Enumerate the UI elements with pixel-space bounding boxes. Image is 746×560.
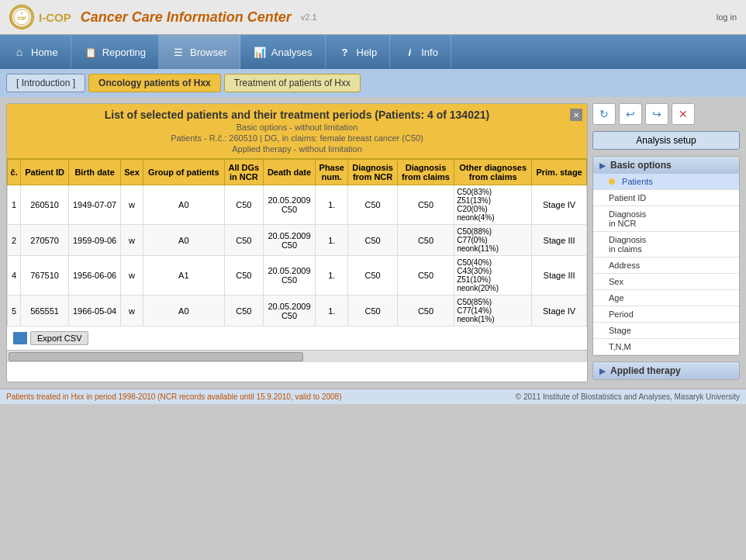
col-diag-claims: Diagnosisfrom claims [397,160,454,185]
scroll-bar[interactable] [7,350,587,362]
cell-num: 5 [8,296,21,327]
sidebar-item-period[interactable]: Period [593,306,739,323]
cell-other-diag: C50(40%)C43(30%)Z51(10%)neonk(20%) [454,256,532,296]
col-other-diag: Other diagnosesfrom claims [454,160,532,185]
sidebar-item-age[interactable]: Age [593,290,739,306]
footer-left: Patients treated in Hxx in period 1998-2… [6,392,341,401]
scroll-thumb[interactable] [9,352,303,361]
cell-death-date: 20.05.2009C50 [263,185,315,225]
table-subtitle1: Basic options - without limitation [13,123,581,132]
app-header: I COP I-COP Cancer Care Information Cent… [0,0,746,35]
nav-analyses-label: Analyses [271,47,313,58]
redo-button[interactable]: ↪ [645,103,668,125]
col-death-date: Death date [263,160,315,185]
cell-patient-id: 565551 [21,296,69,327]
cell-death-date: 20.05.2009C50 [263,256,315,296]
nav-info[interactable]: i Info [390,35,451,69]
nav-home-label: Home [31,47,58,58]
sidebar-item-sex[interactable]: Sex [593,274,739,290]
breadcrumb-bar: [ Introduction ] Oncology patients of Hx… [0,69,746,97]
cell-birth-date: 1966-05-04 [68,296,121,327]
age-label: Age [609,293,624,302]
cell-diag-ncr: C50 [348,185,398,225]
cell-group: A0 [143,296,224,327]
col-num: č. [8,160,21,185]
patients-dot [609,178,615,185]
table-panel: List of selected patients and their trea… [6,103,588,382]
data-table: č. Patient ID Birth date Sex Group of pa… [7,159,587,327]
table-title-bar: List of selected patients and their trea… [7,104,587,159]
table-subtitle3: Applied therapy - without limitation [13,144,581,154]
table-subtitle2: Patients - R.č.: 260510 | DG, in claims:… [13,133,581,143]
nav-help[interactable]: ? Help [326,35,391,69]
sidebar-section-header-applied-therapy[interactable]: ▶ Applied therapy [593,362,739,379]
breadcrumb-oncology-patients[interactable]: Oncology patients of Hxx [88,74,221,92]
footer: Patients treated in Hxx in period 1998-2… [0,389,746,404]
cell-birth-date: 1959-09-06 [68,225,121,256]
app-logo: I COP I-COP [9,5,71,29]
cell-patient-id: 270570 [21,225,69,256]
breadcrumb-treatment-patients[interactable]: Treatment of patients of Hxx [224,74,361,92]
table-row[interactable]: 4 767510 1956-06-06 w A1 C50 20.05.2009C… [8,256,587,296]
analyses-icon: 📊 [253,45,267,59]
cell-phase-num: 1. [316,256,348,296]
home-icon [12,45,26,59]
sidebar-item-tnm[interactable]: T,N,M [593,339,739,355]
help-icon: ? [338,45,352,59]
patient-id-label: Patient ID [609,193,646,202]
sidebar-item-patients[interactable]: Patients [593,174,739,190]
col-patient-id: Patient ID [21,160,69,185]
applied-therapy-label: Applied therapy [610,365,681,376]
cell-all-dgs: C50 [224,225,263,256]
nav-browser-label: Browser [190,47,227,58]
logo-icon: I COP [9,5,34,29]
export-bar: Export CSV [7,327,587,350]
cell-death-date: 20.05.2009C50 [263,296,315,327]
cell-group: A0 [143,225,224,256]
sidebar-section-header-basic-options[interactable]: ▶ Basic options [593,157,739,174]
export-icon [13,332,27,344]
export-csv-button[interactable]: Export CSV [30,331,88,345]
cell-birth-date: 1956-06-06 [68,256,121,296]
applied-therapy-arrow: ▶ [599,367,606,375]
sidebar-item-diagnosis-claims[interactable]: Diagnosisin claims [593,232,739,258]
analysis-controls: ↻ ↩ ↪ ✕ [592,103,740,125]
nav-home[interactable]: Home [0,35,71,69]
nav-reporting[interactable]: 📋 Reporting [71,35,159,69]
cell-group: A0 [143,185,224,225]
cell-sex: w [121,296,143,327]
table-close-button[interactable]: ✕ [570,109,582,121]
sex-label: Sex [609,277,623,286]
breadcrumb-introduction[interactable]: [ Introduction ] [6,74,85,92]
close-button[interactable]: ✕ [672,103,695,125]
cell-patient-id: 260510 [21,185,69,225]
nav-browser[interactable]: ☰ Browser [159,35,240,69]
address-label: Address [609,261,640,270]
cell-birth-date: 1949-07-07 [68,185,121,225]
table-row[interactable]: 5 565551 1966-05-04 w A0 C50 20.05.2009C… [8,296,587,327]
sidebar-item-stage[interactable]: Stage [593,323,739,339]
diagnosis-ncr-label: Diagnosisin NCR [609,209,646,228]
cell-all-dgs: C50 [224,185,263,225]
analysis-setup-button[interactable]: Analysis setup [592,131,740,150]
cell-other-diag: C50(83%)Z51(13%)C20(0%)neonk(4%) [454,185,532,225]
refresh-button[interactable]: ↻ [592,103,616,125]
nav-analyses[interactable]: 📊 Analyses [240,35,326,69]
basic-options-arrow: ▶ [599,161,606,170]
svg-text:I: I [21,11,22,16]
cell-diag-claims: C50 [397,185,454,225]
cell-diag-claims: C50 [397,256,454,296]
sidebar-item-address[interactable]: Address [593,258,739,274]
login-link[interactable]: log in [717,12,737,22]
table-row[interactable]: 1 260510 1949-07-07 w A0 C50 20.05.2009C… [8,185,587,225]
cell-num: 4 [8,256,21,296]
col-all-dgs: All DGsin NCR [224,160,263,185]
cell-diag-claims: C50 [397,296,454,327]
sidebar-item-diagnosis-ncr[interactable]: Diagnosisin NCR [593,206,739,232]
sidebar-item-patient-id[interactable]: Patient ID [593,190,739,206]
undo-button[interactable]: ↩ [619,103,642,125]
col-diag-ncr: Diagnosisfrom NCR [348,160,398,185]
table-row[interactable]: 2 270570 1959-09-06 w A0 C50 20.05.2009C… [8,225,587,256]
basic-options-label: Basic options [610,160,672,171]
app-version: v2.1 [301,12,317,22]
